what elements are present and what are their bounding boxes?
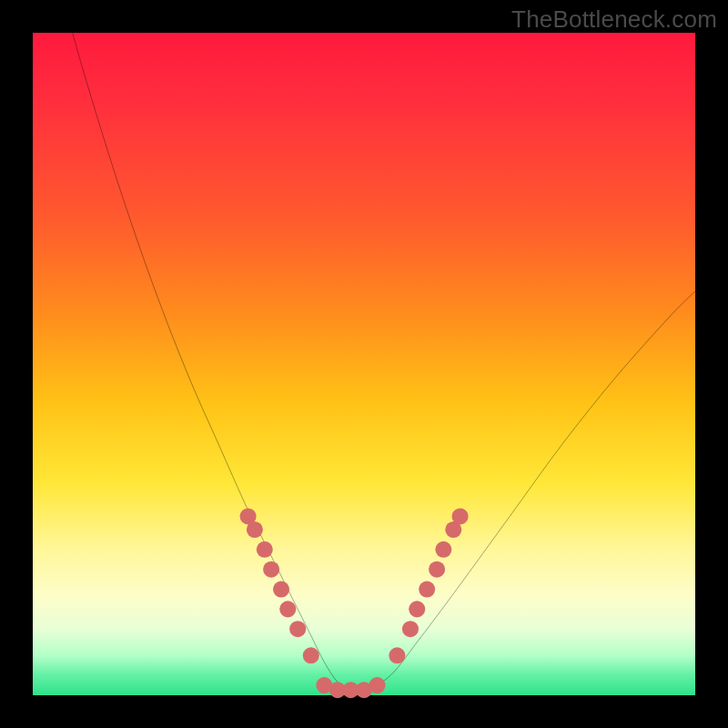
marker-dot xyxy=(435,541,451,558)
bottleneck-curve-line xyxy=(73,33,695,693)
marker-dot xyxy=(429,561,445,578)
marker-dot xyxy=(452,508,469,524)
marker-dots xyxy=(240,508,469,698)
marker-dot xyxy=(303,647,319,663)
marker-dot xyxy=(273,581,289,597)
chart-frame: TheBottleneck.com xyxy=(0,0,728,728)
marker-dot xyxy=(369,677,386,693)
curve-svg xyxy=(33,33,695,695)
marker-dot xyxy=(409,601,425,617)
marker-dot xyxy=(263,561,279,578)
marker-dot xyxy=(279,601,296,617)
marker-dot xyxy=(289,621,306,637)
marker-dot xyxy=(389,647,405,663)
marker-dot xyxy=(247,521,263,538)
marker-dot xyxy=(402,621,419,637)
marker-dot xyxy=(419,581,435,597)
marker-dot xyxy=(257,541,273,558)
watermark-text: TheBottleneck.com xyxy=(511,5,717,34)
plot-area xyxy=(33,33,695,695)
